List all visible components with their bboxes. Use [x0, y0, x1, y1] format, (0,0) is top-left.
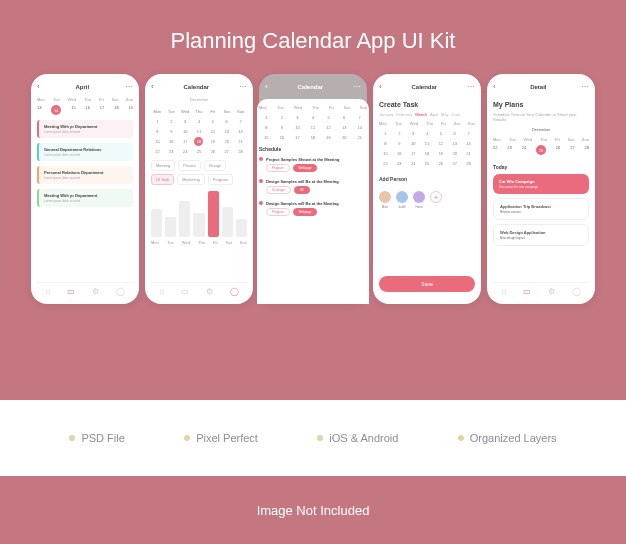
gear-icon[interactable]: ⚙: [92, 287, 99, 296]
date-cell[interactable]: 25: [193, 147, 206, 156]
date-cell[interactable]: 12: [321, 123, 336, 132]
filter-chip[interactable]: Private: [178, 160, 200, 171]
filter-chip[interactable]: Meeting: [151, 160, 175, 171]
month-tab[interactable]: January: [379, 112, 393, 117]
plan-card[interactable]: Application Trip BroadcastReview session: [493, 198, 589, 220]
date-cell[interactable]: 4: [421, 129, 434, 138]
add-person-button[interactable]: +: [430, 191, 442, 209]
date-cell[interactable]: 2: [393, 129, 406, 138]
date-cell[interactable]: 5: [321, 113, 336, 122]
save-button[interactable]: Save: [379, 276, 475, 292]
date-cell[interactable]: 2: [275, 113, 290, 122]
user-icon[interactable]: ◯: [572, 287, 581, 296]
date-cell[interactable]: 17: [407, 149, 420, 158]
date-cell[interactable]: 16: [275, 133, 290, 142]
date-cell[interactable]: 14: [462, 139, 475, 148]
more-icon[interactable]: ⋯: [467, 82, 475, 91]
date-cell[interactable]: 22: [493, 145, 497, 155]
tag-pill[interactable]: UI design: [266, 186, 291, 194]
event-card[interactable]: Meeting With pr DepartmentLorem ipsum do…: [37, 189, 133, 207]
date-cell[interactable]: 16: [393, 149, 406, 158]
filter-chip[interactable]: Design: [204, 160, 226, 171]
date-cell[interactable]: 8: [379, 139, 392, 148]
date-cell[interactable]: 12: [206, 127, 219, 136]
home-icon[interactable]: ⌂: [501, 287, 506, 296]
more-icon[interactable]: ⋯: [353, 82, 361, 91]
date-cell[interactable]: 10: [407, 139, 420, 148]
date-cell[interactable]: 15: [151, 137, 164, 146]
date-cell[interactable]: 27: [448, 159, 461, 168]
date-cell[interactable]: 16: [165, 137, 178, 146]
date-cell[interactable]: 28: [462, 159, 475, 168]
filter-chip[interactable]: UI Task: [151, 174, 174, 185]
date-cell[interactable]: 15: [259, 133, 274, 142]
date-cell[interactable]: 12: [434, 139, 447, 148]
date-cell[interactable]: 9: [275, 123, 290, 132]
date-cell[interactable]: 19: [321, 133, 336, 142]
date-cell[interactable]: 5: [434, 129, 447, 138]
user-icon[interactable]: ◯: [230, 287, 239, 296]
date-cell[interactable]: 18: [194, 137, 203, 146]
date-cell[interactable]: 14: [234, 127, 247, 136]
tag-pill[interactable]: Program: [266, 164, 290, 172]
month-tab[interactable]: March: [415, 112, 427, 117]
date-cell[interactable]: 6: [337, 113, 352, 122]
tag-pill[interactable]: Webpage: [293, 208, 318, 216]
date-cell[interactable]: 11: [421, 139, 434, 148]
date-cell[interactable]: 7: [352, 113, 367, 122]
date-cell[interactable]: 3: [179, 117, 192, 126]
date-cell[interactable]: 23: [165, 147, 178, 156]
date-cell[interactable]: 24: [522, 145, 526, 155]
date-cell[interactable]: 24: [179, 147, 192, 156]
date-cell[interactable]: 28: [234, 147, 247, 156]
date-cell[interactable]: 27: [570, 145, 574, 155]
date-cell[interactable]: 20: [337, 133, 352, 142]
gear-icon[interactable]: ⚙: [206, 287, 213, 296]
date-cell[interactable]: 10: [290, 123, 305, 132]
person-avatar[interactable]: Mike: [379, 191, 391, 209]
date-cell[interactable]: 26: [434, 159, 447, 168]
user-icon[interactable]: ◯: [116, 287, 125, 296]
date-cell[interactable]: 25: [421, 159, 434, 168]
plan-card[interactable]: Web Design ApplicationNew design layout: [493, 224, 589, 246]
date-cell[interactable]: 3: [407, 129, 420, 138]
date-cell[interactable]: 21: [234, 137, 247, 146]
date-cell[interactable]: 8: [259, 123, 274, 132]
date-cell[interactable]: 4: [306, 113, 321, 122]
date-cell[interactable]: 4: [193, 117, 206, 126]
date-cell[interactable]: 3: [290, 113, 305, 122]
date-cell[interactable]: 15: [71, 105, 75, 115]
more-icon[interactable]: ⋯: [125, 82, 133, 91]
date-cell[interactable]: 2: [165, 117, 178, 126]
date-cell[interactable]: 13: [337, 123, 352, 132]
date-cell[interactable]: 14: [51, 105, 61, 115]
date-cell[interactable]: 6: [448, 129, 461, 138]
more-icon[interactable]: ⋯: [239, 82, 247, 91]
date-cell[interactable]: 20: [220, 137, 233, 146]
date-cell[interactable]: 26: [556, 145, 560, 155]
date-cell[interactable]: 23: [393, 159, 406, 168]
filter-chip[interactable]: Marketing: [177, 174, 205, 185]
schedule-item[interactable]: Design Samples will Be at the MeetingPro…: [259, 200, 367, 216]
date-cell[interactable]: 1: [379, 129, 392, 138]
date-cell[interactable]: 23: [507, 145, 511, 155]
tag-pill[interactable]: Webpage: [293, 164, 318, 172]
date-cell[interactable]: 21: [462, 149, 475, 158]
date-cell[interactable]: 18: [421, 149, 434, 158]
date-cell[interactable]: 9: [393, 139, 406, 148]
date-cell[interactable]: 11: [306, 123, 321, 132]
tag-pill[interactable]: UX: [294, 186, 310, 194]
date-cell[interactable]: 26: [206, 147, 219, 156]
calendar-icon[interactable]: ▭: [67, 287, 75, 296]
date-cell[interactable]: 10: [179, 127, 192, 136]
calendar-icon[interactable]: ▭: [523, 287, 531, 296]
date-cell[interactable]: 5: [206, 117, 219, 126]
person-avatar[interactable]: Hana: [413, 191, 425, 209]
date-cell[interactable]: 25: [536, 145, 546, 155]
date-cell[interactable]: 8: [151, 127, 164, 136]
date-cell[interactable]: 11: [193, 127, 206, 136]
tag-pill[interactable]: Program: [266, 208, 290, 216]
event-card[interactable]: Personal Relations DepartmentLorem ipsum…: [37, 166, 133, 184]
plan-card[interactable]: Car Win CampaignDiscussion for new campa…: [493, 174, 589, 194]
month-tab[interactable]: May: [441, 112, 449, 117]
